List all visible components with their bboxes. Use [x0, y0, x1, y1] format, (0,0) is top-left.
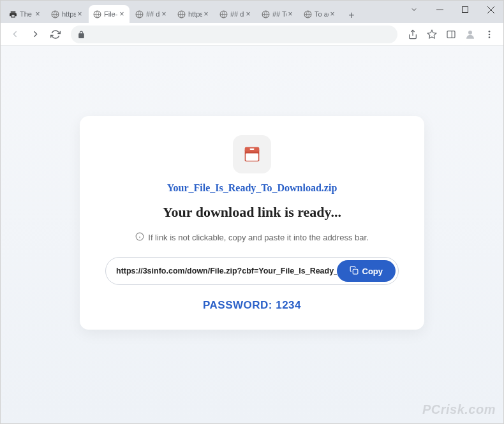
profile-icon[interactable]	[461, 26, 479, 43]
globe-icon	[177, 10, 186, 18]
chevron-down-icon[interactable]	[401, 1, 427, 18]
download-url[interactable]: https://3sinfo.com/down/File.zip?cbf=You…	[116, 267, 337, 275]
lock-icon	[77, 30, 86, 39]
close-icon[interactable]: ×	[244, 10, 252, 18]
svg-point-15	[468, 31, 472, 34]
globe-icon	[261, 10, 270, 18]
globe-icon	[50, 10, 59, 18]
info-icon	[135, 232, 144, 243]
share-icon[interactable]	[404, 26, 422, 43]
close-icon[interactable]: ×	[202, 10, 210, 18]
globe-icon	[135, 10, 144, 18]
menu-icon[interactable]	[480, 26, 498, 43]
browser-toolbar	[1, 23, 503, 46]
close-icon[interactable]: ×	[329, 10, 336, 18]
tab-7[interactable]: To ac ×	[299, 5, 340, 23]
browser-window: The P × https: × File-S × ## do ×	[0, 0, 504, 424]
back-button[interactable]	[6, 26, 24, 43]
close-icon[interactable]: ×	[286, 10, 294, 18]
tab-strip: The P × https: × File-S × ## do ×	[1, 1, 503, 23]
globe-icon	[303, 10, 312, 18]
tab-title: File-S	[104, 10, 118, 18]
side-panel-icon[interactable]	[442, 26, 460, 43]
svg-point-16	[489, 31, 491, 33]
svg-rect-26	[353, 269, 358, 274]
tab-title: ## do	[146, 10, 160, 18]
tab-1[interactable]: https: ×	[47, 5, 87, 23]
page-content: Your_File_Is_Ready_To_Download.zip Your …	[1, 46, 503, 423]
filename-text: Your_File_Is_Ready_To_Download.zip	[105, 182, 399, 194]
info-row: If link is not clickable, copy and paste…	[105, 232, 399, 243]
svg-rect-13	[447, 31, 455, 38]
tab-0[interactable]: The P ×	[4, 5, 45, 23]
download-card: Your_File_Is_Ready_To_Download.zip Your …	[80, 116, 424, 330]
tab-title: The P	[20, 10, 34, 18]
close-icon[interactable]: ×	[34, 10, 41, 18]
tab-3[interactable]: ## do ×	[131, 5, 172, 23]
copy-button[interactable]: Copy	[337, 260, 396, 282]
info-text: If link is not clickable, copy and paste…	[148, 233, 368, 242]
svg-rect-22	[246, 154, 258, 161]
tab-4[interactable]: https: ×	[173, 5, 214, 23]
password-value: 1234	[276, 299, 301, 311]
password-row: PASSWORD: 1234	[105, 299, 399, 312]
tab-title: https:	[188, 10, 202, 18]
copy-label: Copy	[362, 267, 383, 276]
maximize-button[interactable]	[452, 1, 478, 18]
svg-rect-21	[249, 149, 254, 150]
close-icon[interactable]: ×	[118, 10, 126, 18]
tab-6[interactable]: ## To ×	[257, 5, 298, 23]
password-label: PASSWORD:	[203, 299, 272, 311]
forward-button[interactable]	[26, 26, 44, 43]
close-icon[interactable]: ×	[160, 10, 168, 18]
new-tab-button[interactable]: +	[344, 8, 359, 23]
window-controls	[401, 1, 503, 18]
file-drawer-icon	[233, 135, 271, 173]
minimize-button[interactable]	[427, 1, 452, 18]
reload-button[interactable]	[47, 26, 64, 43]
svg-point-17	[489, 33, 491, 35]
tab-title: https:	[62, 10, 76, 18]
close-icon[interactable]: ×	[76, 10, 84, 18]
tab-title: To ac	[315, 10, 329, 18]
globe-icon	[93, 10, 101, 18]
close-window-button[interactable]	[478, 1, 503, 18]
address-bar[interactable]	[71, 26, 397, 43]
tab-title: ## do	[230, 10, 244, 18]
svg-point-18	[489, 36, 491, 38]
watermark: PCrisk.com	[422, 402, 496, 417]
svg-rect-7	[436, 10, 443, 10]
tab-2-active[interactable]: File-S ×	[89, 5, 130, 23]
svg-marker-12	[427, 30, 436, 38]
tab-title: ## To	[272, 10, 286, 18]
download-link-row: https://3sinfo.com/down/File.zip?cbf=You…	[105, 257, 399, 285]
printer-icon	[8, 10, 17, 18]
tab-5[interactable]: ## do ×	[215, 5, 256, 23]
svg-rect-8	[463, 7, 468, 13]
copy-icon	[350, 266, 359, 277]
download-headline: Your download link is ready...	[105, 204, 399, 221]
bookmark-icon[interactable]	[423, 26, 441, 43]
globe-icon	[219, 10, 228, 18]
